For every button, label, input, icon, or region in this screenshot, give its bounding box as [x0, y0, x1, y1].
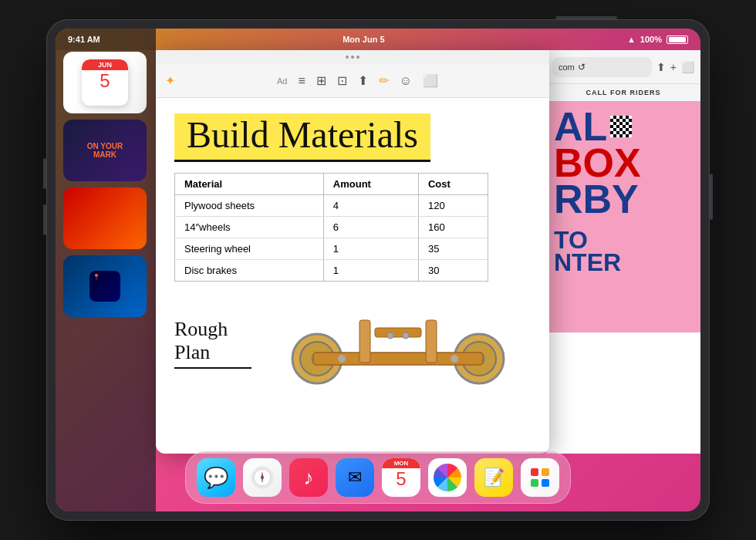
photos-icon [434, 464, 461, 491]
calendar-month: MON [382, 458, 420, 468]
ipad-device: 9:41 AM Mon Jun 5 ▲ 100% JUN 5 [46, 19, 710, 521]
table-row: Plywood sheets 4 120 [175, 195, 488, 217]
status-date: Mon Jun 5 [343, 35, 384, 44]
calendar-day: 5 [396, 470, 406, 488]
derby-al: AL [554, 109, 607, 145]
cursor-icon[interactable]: ✦ [165, 73, 175, 88]
notes-toolbar: ✦ Ad ≡ ⊞ ⊡ ⬆ ✏ ☺ ⬜ [156, 64, 549, 98]
col-material: Material [175, 174, 324, 195]
dock-mail[interactable]: ✉ [336, 458, 374, 497]
rough-plan-label: RoughPlan [174, 318, 251, 369]
toolbar-dots [346, 56, 359, 59]
browser-toolbar: com ↺ ⬆ + ⬜ [546, 50, 700, 84]
dock-apps[interactable] [521, 458, 559, 497]
tabs-icon[interactable]: ⬜ [681, 61, 694, 73]
toolbar-left: ✦ [165, 73, 175, 88]
status-bar: 9:41 AM Mon Jun 5 ▲ 100% [56, 29, 700, 50]
browser-window: com ↺ ⬆ + ⬜ CALL FOR RIDERS AL BOX [546, 50, 700, 454]
svg-rect-21 [542, 468, 549, 476]
derby-rby: RBY [554, 181, 693, 218]
share-icon[interactable]: ⬆ [358, 73, 368, 88]
dock-music[interactable]: ♪ [289, 458, 328, 497]
ad-icon[interactable]: Ad [277, 76, 287, 86]
volume-up-button[interactable] [43, 158, 46, 189]
toolbar-dot [346, 56, 349, 59]
power-button[interactable] [710, 174, 713, 220]
battery-fill [669, 37, 686, 42]
wifi-icon: ▲ [627, 35, 636, 44]
browser-content: CALL FOR RIDERS AL BOX RBY TO NTER [546, 84, 700, 454]
battery-indicator [667, 35, 688, 44]
materials-table: Material Amount Cost Plywood sheets 4 12… [174, 173, 488, 282]
battery-label: 100% [640, 35, 662, 44]
sidebar-app-game[interactable]: ON YOURMARK [63, 120, 147, 181]
dock-calendar[interactable]: MON 5 [382, 458, 420, 497]
col-cost: Cost [418, 174, 488, 195]
browser-url-bar[interactable]: com ↺ [552, 57, 652, 77]
svg-point-13 [451, 355, 458, 363]
sidebar-app-blue[interactable]: 📍 [63, 255, 147, 317]
sidebar-recent-apps: JUN 5 ON YOURMARK 📍 [56, 29, 156, 511]
svg-rect-8 [359, 320, 370, 363]
table-row: Steering wheel 1 35 [175, 238, 488, 260]
dock-photos[interactable] [428, 458, 467, 497]
safari-icon [250, 465, 275, 490]
apps-icon [528, 466, 552, 489]
status-time: 9:41 AM [68, 35, 100, 44]
ipad-screen: 9:41 AM Mon Jun 5 ▲ 100% JUN 5 [56, 29, 700, 511]
material-cost: 120 [418, 195, 488, 217]
add-tab-icon[interactable]: + [670, 61, 677, 73]
table-icon[interactable]: ⊞ [316, 73, 326, 88]
svg-point-19 [261, 476, 264, 479]
dock-safari[interactable] [243, 458, 282, 497]
notes-window: ✦ Ad ≡ ⊞ ⊡ ⬆ ✏ ☺ ⬜ Build Materials [156, 50, 549, 454]
col-amount: Amount [323, 174, 418, 195]
notes-content: Build Materials Material Amount Cost Ply… [156, 98, 549, 454]
derby-banner: AL BOX RBY TO NTER [546, 101, 700, 332]
toolbar-dot [351, 56, 354, 59]
material-cost: 160 [418, 217, 488, 238]
svg-rect-23 [542, 479, 549, 487]
dock-messages[interactable]: 💬 [197, 458, 235, 497]
sidebar-app-red[interactable] [63, 187, 147, 249]
material-amount: 4 [323, 195, 418, 217]
dock: 💬 [185, 451, 571, 504]
list-icon[interactable]: ≡ [298, 74, 305, 88]
svg-rect-20 [531, 468, 538, 476]
dock-notes[interactable]: 📝 [474, 458, 513, 497]
svg-rect-9 [426, 320, 437, 363]
svg-point-11 [403, 332, 409, 339]
derby-nter: NTER [554, 251, 693, 274]
material-cost: 35 [418, 238, 488, 260]
material-amount: 1 [323, 260, 418, 282]
emoji-icon[interactable]: ☺ [400, 74, 412, 88]
svg-rect-22 [531, 479, 538, 487]
share-browser-icon[interactable]: ⬆ [656, 61, 666, 73]
material-name: 14″wheels [175, 217, 324, 238]
edit-icon[interactable]: ⬜ [423, 73, 438, 88]
material-amount: 6 [323, 217, 418, 238]
build-materials-title: Build Materials [174, 113, 430, 162]
reload-icon[interactable]: ↺ [578, 62, 586, 73]
url-text: com [559, 62, 575, 72]
top-button[interactable] [555, 16, 617, 19]
rough-plan-section: RoughPlan [174, 297, 531, 390]
toolbar-dot [356, 56, 359, 59]
camera-icon[interactable]: ⊡ [337, 73, 347, 88]
svg-point-12 [338, 355, 346, 363]
call-for-riders-text: CALL FOR RIDERS [546, 84, 700, 101]
checkered-flag-icon [610, 116, 632, 137]
volume-down-button[interactable] [43, 204, 46, 235]
car-sketch [275, 297, 521, 390]
material-name: Plywood sheets [175, 195, 324, 217]
svg-point-10 [387, 332, 393, 339]
pen-icon[interactable]: ✏ [379, 73, 389, 88]
browser-actions: ⬆ + ⬜ [656, 61, 694, 73]
material-amount: 1 [323, 238, 418, 260]
sidebar-app-calendar[interactable]: JUN 5 [63, 52, 147, 113]
toolbar-center: Ad ≡ ⊞ ⊡ ⬆ ✏ ☺ ⬜ [277, 73, 438, 88]
table-row: 14″wheels 6 160 [175, 217, 488, 238]
material-name: Disc brakes [175, 260, 324, 282]
derby-box: BOX [554, 145, 693, 181]
status-right: ▲ 100% [627, 35, 688, 44]
